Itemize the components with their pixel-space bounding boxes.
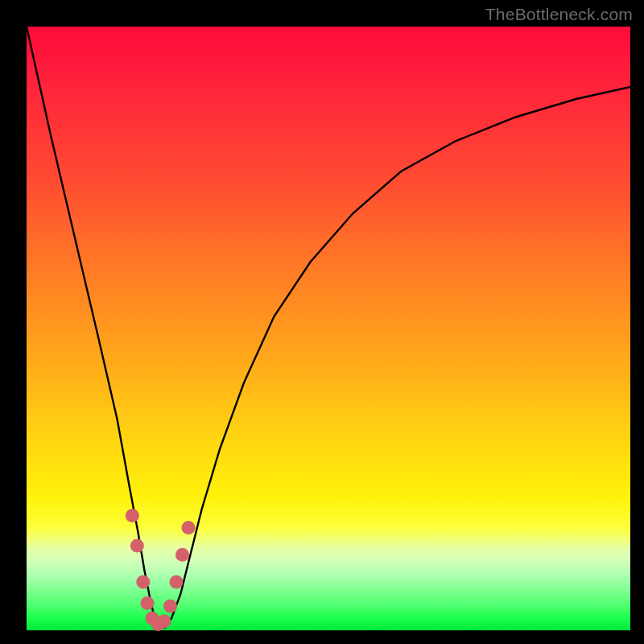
watermark-text: TheBottleneck.com bbox=[485, 5, 633, 24]
curve-marker bbox=[182, 521, 196, 535]
curve-marker bbox=[126, 509, 139, 522]
curve-marker bbox=[141, 597, 155, 610]
plot-area bbox=[27, 27, 630, 630]
curve-marker bbox=[130, 539, 144, 553]
curve-marker bbox=[175, 548, 189, 562]
curve-layer bbox=[27, 27, 630, 630]
curve-marker bbox=[158, 614, 171, 628]
curve-marker bbox=[136, 576, 150, 589]
marker-group bbox=[126, 509, 196, 631]
curve-marker bbox=[163, 600, 177, 613]
bottleneck-curve bbox=[27, 27, 630, 627]
curve-marker bbox=[170, 576, 184, 589]
chart-frame: TheBottleneck.com bbox=[0, 0, 644, 644]
